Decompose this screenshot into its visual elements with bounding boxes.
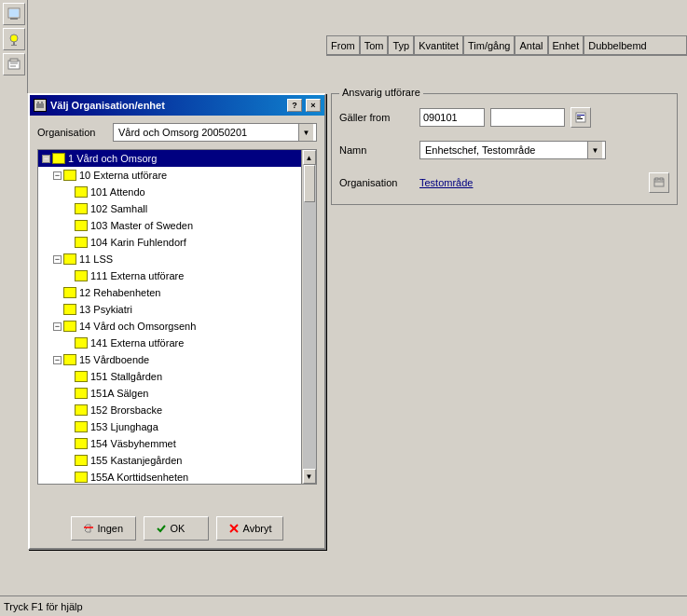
tree-item-12[interactable]: 12 Rehabenheten <box>38 284 301 301</box>
tree-item-152[interactable]: 152 Brorsbacke <box>38 402 301 418</box>
namn-dropdown-arrow[interactable]: ▼ <box>587 142 602 158</box>
tree-item-102[interactable]: 102 Samhall <box>38 200 301 217</box>
org-dropdown-arrow[interactable]: ▼ <box>298 124 313 141</box>
namn-value: Enhetschef, Testområde <box>423 144 587 156</box>
table-header: From Tom Typ Kvantitet Tim/gång Antal En… <box>326 35 687 56</box>
svg-rect-20 <box>37 102 39 104</box>
tree-item-10[interactable]: − 10 Externa utförare <box>38 167 301 184</box>
avbryt-button[interactable]: Avbryt <box>216 516 284 541</box>
tree-label-151: 151 Stallgården <box>90 371 162 382</box>
tree-label-14: 14 Vård och Omsorgsenh <box>79 321 196 332</box>
ingen-button[interactable]: Ingen <box>71 516 136 541</box>
tree-label-152: 152 Brorsbacke <box>90 404 162 416</box>
tree-label-153: 153 Ljunghaga <box>90 421 158 432</box>
tree-label-11: 11 LSS <box>79 253 113 265</box>
dialog-title-icon <box>34 99 47 112</box>
organisation-button[interactable] <box>649 172 669 193</box>
close-button[interactable]: × <box>306 99 321 112</box>
tree-item-root[interactable]: − 1 Vård och Omsorg <box>38 150 301 167</box>
namn-row: Namn Enhetschef, Testområde ▼ <box>339 141 669 159</box>
namn-select-wrapper: Enhetschef, Testområde ▼ <box>419 141 606 159</box>
tree-label-111: 111 Externa utförare <box>90 270 184 281</box>
organisation-label: Organisation <box>339 177 414 188</box>
svg-rect-5 <box>11 45 17 46</box>
tree-item-101[interactable]: 101 Attendo <box>38 184 301 200</box>
tree-item-151[interactable]: 151 Stallgården <box>38 368 301 385</box>
tree-scroll: − 1 Vård och Omsorg − 10 Externa utförar… <box>38 150 316 484</box>
namn-select[interactable]: Enhetschef, Testområde ▼ <box>419 141 606 159</box>
ok-label: OK <box>171 523 185 534</box>
svg-rect-13 <box>577 118 583 119</box>
col-from: From <box>326 35 360 55</box>
toolbar-btn-3[interactable] <box>3 53 25 75</box>
col-timgang: Tim/gång <box>463 35 515 55</box>
svg-rect-16 <box>660 178 663 180</box>
ansvarig-group-box: Ansvarig utförare Gäller from Namn Enhet… <box>331 93 678 205</box>
col-enhet: Enhet <box>548 35 584 55</box>
col-dubbelbemd: Dubbelbemd <box>584 35 687 55</box>
avbryt-label: Avbryt <box>243 523 272 534</box>
main-background: From Tom Typ Kvantitet Tim/gång Antal En… <box>0 0 687 616</box>
organisation-row: Organisation Testområde <box>339 172 669 193</box>
help-button[interactable]: ? <box>287 99 302 112</box>
status-text: Tryck F1 för hjälp <box>4 601 83 612</box>
svg-rect-12 <box>577 116 581 117</box>
tree-label-root: 1 Vård och Omsorg <box>68 153 157 164</box>
scroll-down-button[interactable]: ▼ <box>303 469 316 484</box>
svg-point-3 <box>10 34 18 42</box>
tree-item-13[interactable]: 13 Psykiatri <box>38 301 301 318</box>
tree-label-103: 103 Master of Sweden <box>90 220 193 231</box>
tree-label-155a: 155A Korttidsenheten <box>90 472 188 483</box>
tree-item-154[interactable]: 154 Väsbyhemmet <box>38 435 301 452</box>
ingen-label: Ingen <box>98 523 124 534</box>
toolbar-btn-1[interactable] <box>3 3 25 25</box>
galler-from-input[interactable] <box>419 108 485 127</box>
tree-item-111[interactable]: 111 Externa utförare <box>38 267 301 284</box>
tree-item-104[interactable]: 104 Karin Fuhlendorf <box>38 234 301 251</box>
organisation-value[interactable]: Testområde <box>419 177 473 188</box>
dialog: Välj Organisation/enhet ? × Organisation… <box>28 93 326 550</box>
tree-item-155[interactable]: 155 Kastanjegården <box>38 452 301 469</box>
dialog-footer: Ingen OK Avbryt <box>30 516 324 541</box>
ok-button[interactable]: OK <box>144 516 209 541</box>
ansvarig-group-title: Ansvarig utförare <box>339 87 423 98</box>
svg-rect-2 <box>10 18 18 20</box>
svg-rect-21 <box>41 102 43 104</box>
col-kvantitet: Kvantitet <box>414 35 463 55</box>
tree-label-154: 154 Väsbyhemmet <box>90 438 176 449</box>
tree-label-101: 101 Attendo <box>90 186 145 198</box>
status-bar: Tryck F1 för hjälp <box>0 595 687 616</box>
toolbar-btn-2[interactable] <box>3 28 25 50</box>
scroll-thumb[interactable] <box>304 165 315 202</box>
scroll-up-button[interactable]: ▲ <box>303 150 316 165</box>
tree-scrollbar: ▲ ▼ <box>301 150 316 484</box>
tree-label-12: 12 Rehabenheten <box>79 287 160 298</box>
tree-item-141[interactable]: 141 Externa utförare <box>38 335 301 351</box>
tree-item-15[interactable]: − 15 Vårdboende <box>38 351 301 368</box>
galler-from-row: Gäller from <box>339 107 669 128</box>
tree-item-151a[interactable]: 151A Sälgen <box>38 385 301 402</box>
org-field-label: Organisation <box>37 127 107 138</box>
tree-item-153[interactable]: 153 Ljunghaga <box>38 418 301 435</box>
tree-item-103[interactable]: 103 Master of Sweden <box>38 217 301 234</box>
tree-label-104: 104 Karin Fuhlendorf <box>90 237 186 248</box>
col-typ: Typ <box>388 35 414 55</box>
tree-item-155a[interactable]: 155A Korttidsenheten <box>38 469 301 484</box>
left-toolbar <box>0 0 28 93</box>
galler-from-extra-input[interactable] <box>490 108 565 127</box>
svg-marker-22 <box>85 525 90 532</box>
scroll-track[interactable] <box>303 165 316 469</box>
tree-label-15: 15 Vårdboende <box>79 354 149 365</box>
tree-item-14[interactable]: − 14 Vård och Omsorgsenh <box>38 318 301 335</box>
tree-item-11[interactable]: − 11 LSS <box>38 251 301 267</box>
galler-from-button[interactable] <box>570 107 591 128</box>
tree-label-141: 141 Externa utförare <box>90 337 184 349</box>
tree-container: − 1 Vård och Omsorg − 10 Externa utförar… <box>37 149 317 485</box>
org-combobox[interactable]: Vård och Omsorg 20050201 ▼ <box>113 123 317 142</box>
galler-from-label: Gäller from <box>339 112 414 123</box>
svg-rect-15 <box>655 178 658 180</box>
col-tom: Tom <box>360 35 389 55</box>
org-combobox-value: Vård och Omsorg 20050201 <box>117 127 298 138</box>
svg-rect-1 <box>9 9 19 17</box>
svg-rect-11 <box>577 115 584 116</box>
